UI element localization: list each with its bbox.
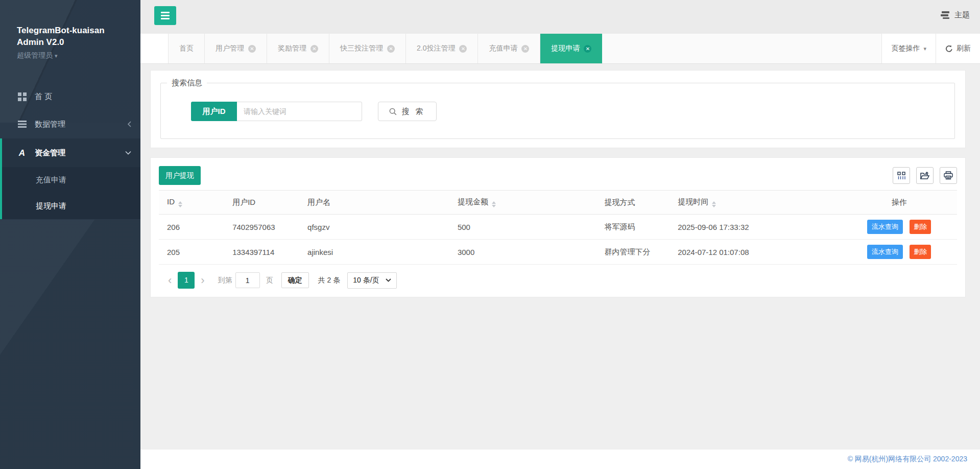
app-title-line1: TelegramBot-kuaisan (17, 25, 140, 36)
tab-close-icon[interactable]: ✕ (248, 45, 256, 53)
tab-operations-dropdown[interactable]: 页签操作 ▾ (881, 34, 936, 63)
user-role-dropdown[interactable]: 超级管理员▾ (17, 51, 140, 60)
table-row: 206 7402957063 qfsgzv 500 将军源码 2025-09-0… (159, 215, 957, 240)
refresh-button[interactable]: 刷新 (936, 34, 980, 63)
hamburger-icon-bar (161, 15, 170, 16)
goto-page-input[interactable] (235, 272, 260, 288)
sidebar-toggle-button[interactable] (154, 6, 176, 25)
sidebar-item-label: 首 页 (35, 92, 52, 102)
tab-label: 快三投注管理 (340, 44, 383, 53)
columns-icon (897, 172, 906, 180)
header-time[interactable]: 提现时间 (670, 191, 841, 215)
chevron-down-icon (125, 151, 131, 155)
pagination: ‹ 1 › 到第 页 确定 共 2 条 10 条/页 (159, 265, 957, 297)
goto-confirm-button[interactable]: 确定 (281, 272, 309, 288)
tab-strip-lead (140, 34, 169, 63)
tab-v2-bet-management[interactable]: 2.0投注管理 ✕ (406, 34, 478, 63)
print-button[interactable] (940, 167, 957, 184)
sidebar-item-label: 数据管理 (35, 120, 65, 129)
tab-label: 2.0投注管理 (417, 44, 455, 53)
tab-strip: 首页 用户管理 ✕ 奖励管理 ✕ 快三投注管理 ✕ 2.0投注管理 ✕ 充值申请… (140, 34, 980, 64)
cell-user-id: 7402957063 (224, 215, 299, 240)
flow-query-button[interactable]: 流水查询 (867, 220, 903, 234)
page-content: 搜索信息 用户ID 搜 索 用户提现 (140, 64, 980, 450)
sidebar-submenu-funds: 充值申请 提现申请 (2, 167, 140, 219)
sidebar-item-withdraw-request[interactable]: 提现申请 (2, 193, 140, 219)
prev-page-icon[interactable]: ‹ (162, 273, 178, 288)
chevron-left-icon (127, 121, 131, 127)
search-keyword-input[interactable] (237, 102, 362, 121)
tab-close-icon[interactable]: ✕ (584, 45, 591, 53)
header-user-id: 用户ID (224, 191, 299, 215)
goto-suffix: 页 (266, 276, 273, 285)
tab-recharge-request[interactable]: 充值申请 ✕ (478, 34, 540, 63)
tab-reward-management[interactable]: 奖励管理 ✕ (267, 34, 329, 63)
total-count-label: 共 2 条 (318, 276, 341, 285)
search-field-selector-button[interactable]: 用户ID (191, 102, 237, 121)
flow-query-button[interactable]: 流水查询 (867, 245, 903, 259)
table-header-row: ID 用户ID 用户名 提现金额 提现方式 提现时间 操作 (159, 191, 957, 215)
tab-close-icon[interactable]: ✕ (387, 45, 395, 53)
header-actions: 操作 (841, 191, 957, 215)
sidebar-item-label: 资金管理 (35, 148, 65, 158)
cell-amount: 500 (449, 215, 596, 240)
tab-close-icon[interactable]: ✕ (521, 45, 529, 53)
next-page-icon[interactable]: › (195, 273, 210, 288)
search-button[interactable]: 搜 索 (378, 102, 437, 121)
tab-withdraw-request[interactable]: 提现申请 ✕ (540, 34, 602, 63)
caret-down-icon: ▾ (55, 53, 58, 59)
cell-username: ajinkesi (299, 240, 449, 265)
export-button[interactable] (916, 167, 934, 184)
app-title: TelegramBot-kuaisan Admin V2.0 (17, 25, 140, 48)
sort-icon[interactable] (712, 201, 716, 207)
search-row: 用户ID 搜 索 (191, 102, 954, 121)
tab-close-icon[interactable]: ✕ (310, 45, 318, 53)
sidebar: TelegramBot-kuaisan Admin V2.0 超级管理员▾ 首 … (0, 0, 140, 469)
top-bar: 主题 (140, 0, 980, 34)
delete-button[interactable]: 删除 (910, 245, 931, 259)
sidebar-item-home[interactable]: 首 页 (0, 83, 140, 110)
copyright-text: © 网易(杭州)网络有限公司 2002-2023 (848, 455, 967, 464)
theme-icon (941, 11, 950, 19)
table-tool-icons (893, 167, 957, 184)
header-method: 提现方式 (596, 191, 670, 215)
list-lines-icon (17, 121, 27, 128)
main-area: 主题 首页 用户管理 ✕ 奖励管理 ✕ 快三投注管理 ✕ 2.0投注管理 ✕ 充… (140, 0, 980, 469)
tab-label: 用户管理 (216, 44, 244, 53)
tab-close-icon[interactable]: ✕ (459, 45, 467, 53)
tab-strip-filler (602, 34, 881, 63)
theme-switcher[interactable]: 主题 (941, 10, 970, 20)
user-withdraw-button[interactable]: 用户提现 (159, 166, 201, 185)
sidebar-item-funds-management[interactable]: A 资金管理 (2, 138, 140, 167)
tab-kuai3-bet-management[interactable]: 快三投注管理 ✕ (329, 34, 406, 63)
cell-username: qfsgzv (299, 215, 449, 240)
home-grid-icon (17, 92, 27, 101)
sort-icon[interactable] (492, 201, 496, 207)
sort-icon[interactable] (178, 201, 182, 207)
sidebar-menu: 首 页 数据管理 A 资金管理 充值申请 (0, 83, 140, 219)
withdraw-table-card: 用户提现 (150, 157, 966, 297)
tab-label: 奖励管理 (278, 44, 306, 53)
delete-button[interactable]: 删除 (910, 220, 931, 234)
tab-user-management[interactable]: 用户管理 ✕ (205, 34, 267, 63)
tab-home[interactable]: 首页 (169, 34, 205, 63)
sidebar-section-funds: A 资金管理 充值申请 提现申请 (0, 138, 140, 219)
goto-prefix: 到第 (218, 276, 232, 285)
header-id[interactable]: ID (159, 191, 224, 215)
search-icon (389, 108, 397, 115)
sidebar-item-label: 充值申请 (36, 175, 66, 185)
refresh-label: 刷新 (957, 44, 971, 53)
search-card: 搜索信息 用户ID 搜 索 (150, 70, 966, 148)
cell-method: 将军源码 (596, 215, 670, 240)
current-page-button[interactable]: 1 (178, 272, 195, 289)
page-size-select[interactable]: 10 条/页 (347, 272, 396, 289)
page-footer: © 网易(杭州)网络有限公司 2002-2023 (140, 450, 980, 469)
header-amount[interactable]: 提现金额 (449, 191, 596, 215)
columns-toggle-button[interactable] (893, 167, 910, 184)
table-toolbar: 用户提现 (159, 164, 957, 190)
sidebar-item-data-management[interactable]: 数据管理 (0, 110, 140, 138)
cell-actions: 流水查询 删除 (841, 240, 957, 265)
refresh-icon (945, 45, 953, 53)
sidebar-item-recharge-request[interactable]: 充值申请 (2, 167, 140, 193)
cell-id: 206 (159, 215, 224, 240)
